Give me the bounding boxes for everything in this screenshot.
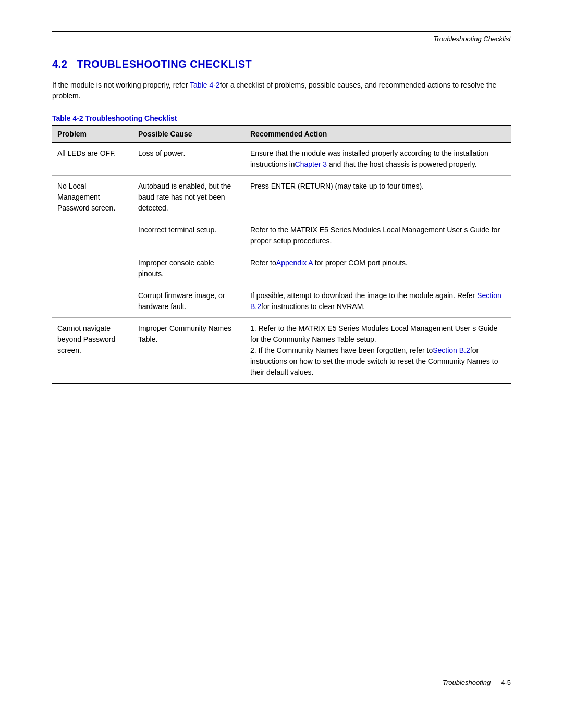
table-row: No Local Management Password screen. Aut… bbox=[52, 176, 511, 219]
table-row: All LEDs are OFF. Loss of power. Ensure … bbox=[52, 143, 511, 176]
problem-cell: Cannot navigate beyond Password screen. bbox=[52, 318, 133, 384]
section-b2-link2[interactable]: Section B.2 bbox=[433, 346, 470, 354]
action-cell: If possible, attempt to download the ima… bbox=[245, 285, 511, 318]
problem-cell: All LEDs are OFF. bbox=[52, 143, 133, 176]
cause-cell: Loss of power. bbox=[133, 143, 245, 176]
section-b2-link1[interactable]: Section B.2 bbox=[250, 291, 501, 311]
footer-label: Troubleshooting bbox=[443, 678, 491, 686]
section-title: 4.2 TROUBLESHOOTING CHECKLIST bbox=[52, 58, 511, 70]
cause-cell: Improper console cable pinouts. bbox=[133, 252, 245, 285]
footer-page: 4-5 bbox=[501, 678, 511, 686]
header-rule bbox=[52, 31, 511, 32]
intro-paragraph: If the module is not working properly, r… bbox=[52, 80, 511, 102]
section-heading: TROUBLESHOOTING CHECKLIST bbox=[77, 58, 252, 70]
table-row: Cannot navigate beyond Password screen. … bbox=[52, 318, 511, 384]
problem-cell: No Local Management Password screen. bbox=[52, 176, 133, 318]
footer-rule bbox=[52, 675, 511, 675]
header-title: Troubleshooting Checklist bbox=[52, 35, 511, 43]
action-cell: 1. Refer to the MATRIX E5 Series Modules… bbox=[245, 318, 511, 384]
action-cell: Refer toAppendix A for proper COM port p… bbox=[245, 252, 511, 285]
page-container: Troubleshooting Checklist 4.2 TROUBLESHO… bbox=[0, 0, 563, 728]
cause-cell: Autobaud is enabled, but the baud rate h… bbox=[133, 176, 245, 219]
footer-text: Troubleshooting 4-5 bbox=[52, 678, 511, 686]
cause-cell: Improper Community Names Table. bbox=[133, 318, 245, 384]
cause-cell: Corrupt firmware image, or hardware faul… bbox=[133, 285, 245, 318]
action-cell: Refer to the MATRIX E5 Series Modules Lo… bbox=[245, 219, 511, 252]
chapter3-link[interactable]: Chapter 3 bbox=[295, 160, 327, 168]
cause-cell: Incorrect terminal setup. bbox=[133, 219, 245, 252]
table-caption: Table 4-2 Troubleshooting Checklist bbox=[52, 114, 511, 122]
section-number: 4.2 bbox=[52, 58, 67, 70]
footer: Troubleshooting 4-5 bbox=[52, 675, 511, 686]
col-header-action: Recommended Action bbox=[245, 125, 511, 143]
action-cell: Ensure that the module was installed pro… bbox=[245, 143, 511, 176]
intro-text-before: If the module is not working properly, r… bbox=[52, 81, 190, 89]
col-header-problem: Problem bbox=[52, 125, 133, 143]
table-link[interactable]: Table 4-2 bbox=[190, 81, 220, 89]
col-header-cause: Possible Cause bbox=[133, 125, 245, 143]
table-header-row: Problem Possible Cause Recommended Actio… bbox=[52, 125, 511, 143]
appendix-a-link[interactable]: Appendix A bbox=[276, 258, 313, 267]
action-cell: Press ENTER (RETURN) (may take up to fou… bbox=[245, 176, 511, 219]
checklist-table: Problem Possible Cause Recommended Actio… bbox=[52, 125, 511, 384]
